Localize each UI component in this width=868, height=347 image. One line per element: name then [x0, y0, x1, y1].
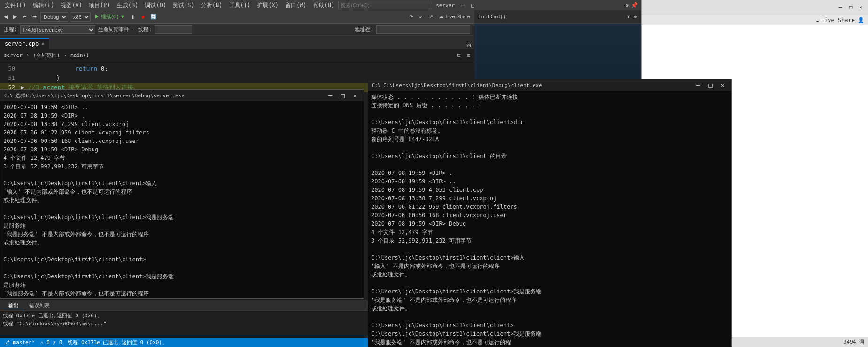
collapse-icon[interactable]: ⊟	[457, 52, 461, 58]
continue-btn[interactable]: ▶ 继续(C) ▼	[93, 12, 127, 21]
status-info: 线程 0x373e 已退出,返回值 0 (0x0)。	[68, 339, 167, 346]
menu-view[interactable]: 视图(V)	[58, 0, 85, 10]
server-cmd-title: 选择C:\Users\ljc\Desktop\first1\server\Deb…	[16, 92, 323, 99]
far-minimize-btn[interactable]: ─	[837, 4, 844, 11]
menu-project[interactable]: 项目(P)	[86, 0, 113, 10]
stop-btn[interactable]: ■	[140, 13, 147, 21]
live-share-toolbar-btn[interactable]: ☁ Live Share	[437, 13, 472, 21]
server-line-14: C:\Users\ljc\Desktop\first1\client\clien…	[3, 213, 361, 221]
address-input[interactable]	[376, 25, 470, 34]
client-line-15: 2020-07-06 00:50 168 client.vcxproj.user	[371, 211, 728, 220]
client-cmd-minimize[interactable]: ─	[693, 81, 703, 89]
line-indicator-51: ·	[21, 73, 28, 83]
client-cmd-close[interactable]: ✕	[718, 81, 728, 89]
menu-file[interactable]: 文件(F)	[2, 0, 29, 10]
platform-select[interactable]: x86	[70, 12, 91, 22]
settings-icon[interactable]: ⚙	[465, 41, 474, 49]
status-git: ⎇ master*	[4, 339, 35, 346]
debug-bar: 进程: [7496] server.exe 生命周期事件 - 线程: 地址栏:	[0, 24, 474, 36]
lifecycle-input[interactable]	[155, 25, 192, 34]
menu-help[interactable]: 帮助(H)	[310, 0, 338, 10]
far-restore-btn[interactable]: □	[847, 4, 854, 11]
output-tab-errors[interactable]: 错误列表	[24, 301, 54, 310]
client-line-16: 2020-07-08 19:59 <DIR> Debug	[371, 220, 728, 228]
menu-extend[interactable]: 扩展(X)	[254, 0, 281, 10]
status-errors: ⚠ 0 ✗ 0	[40, 339, 62, 346]
client-line-9	[371, 160, 728, 169]
client-cmd-titlebar: C:\ C:\Users\ljc\Desktop\first1\client\D…	[368, 79, 731, 91]
client-cmd-title: C:\Users\ljc\Desktop\first1\client\Debug…	[383, 82, 690, 88]
server-line-19: C:\Users\ljc\Desktop\first1\client\clien…	[3, 255, 361, 264]
pin-icon[interactable]: 📌	[631, 2, 638, 8]
cmd-icon: C:\	[4, 93, 13, 98]
server-line-1: 2020-07-08 19:59 <DIR> ..	[3, 103, 361, 111]
client-line-11: 2020-07-08 19:59 <DIR> ..	[371, 177, 728, 186]
step-over-btn[interactable]: ↷	[407, 13, 415, 21]
server-line-5: 2020-07-06 00:50 168 client.vcxproj.user	[3, 137, 361, 145]
redo-btn[interactable]: ↪	[31, 13, 39, 21]
tab-filename: server.cpp	[5, 40, 39, 47]
editor-line-50: 50 return 0;	[0, 64, 474, 73]
search-input[interactable]	[338, 1, 432, 9]
tab-close-btn[interactable]: ×	[41, 41, 44, 47]
debug-mode-select[interactable]: Debug	[40, 12, 68, 22]
restart-btn[interactable]: 🔄	[148, 13, 159, 21]
client-line-8: C:\Users\ljc\Desktop\first1\client 的目录	[371, 152, 728, 160]
ide-right-header: ⚙ 📌	[474, 0, 641, 10]
line-num-50: 50	[2, 64, 21, 73]
minimize-btn[interactable]: ─	[458, 1, 467, 9]
server-cmd-close[interactable]: ✕	[350, 92, 360, 99]
menu-window[interactable]: 窗口(W)	[282, 0, 310, 10]
client-line-29: C:\Users\ljc\Desktop\first1\client\clien…	[371, 330, 728, 338]
forward-btn[interactable]: ▶	[11, 13, 19, 21]
address-label: 地址栏:	[355, 26, 373, 33]
live-share-label: Live Share	[821, 17, 855, 24]
client-cmd-maximize[interactable]: □	[705, 81, 715, 89]
menu-build[interactable]: 生成(B)	[114, 0, 141, 10]
server-cmd-maximize[interactable]: □	[338, 92, 347, 99]
server-cmd-window[interactable]: C:\ 选择C:\Users\ljc\Desktop\first1\server…	[0, 89, 364, 299]
settings-right-icon[interactable]: ⚙	[626, 2, 629, 8]
client-line-3	[371, 110, 728, 118]
tab-server-cpp[interactable]: server.cpp ×	[0, 38, 49, 49]
client-line-26: 或批处理文件。	[371, 304, 728, 313]
far-close-btn[interactable]: ✕	[858, 4, 864, 11]
settings-panel-icon[interactable]: ⚙	[634, 14, 637, 20]
menu-edit[interactable]: 编辑(E)	[30, 0, 57, 10]
tab-bar: server.cpp × ⚙	[0, 36, 474, 49]
client-line-14: 2020-07-06 01:22 959 client.vcxproj.filt…	[371, 203, 728, 211]
live-share-button[interactable]: ☁ Live Share	[816, 17, 855, 24]
back-btn[interactable]: ◀	[2, 13, 9, 21]
keyword-return: return	[75, 65, 97, 72]
dropdown-icon[interactable]: ▼	[627, 14, 630, 20]
toolbar: ◀ ▶ ↩ ↪ Debug x86 ▶ 继续(C) ▼ ⏸ ■ 🔄 ↷ ↙ ↗ …	[0, 10, 474, 24]
undo-btn[interactable]: ↩	[21, 13, 29, 21]
output-tab-output[interactable]: 输出	[4, 301, 23, 310]
server-cmd-minimize[interactable]: ─	[326, 92, 335, 99]
person-icon[interactable]: 👤	[858, 17, 864, 23]
process-select[interactable]: [7496] server.exe	[20, 25, 95, 34]
client-cmd-window[interactable]: C:\ C:\Users\ljc\Desktop\first1\client\D…	[368, 79, 732, 347]
menu-test[interactable]: 测试(S)	[170, 0, 197, 10]
client-line-27	[371, 313, 728, 321]
server-line-8: 3 个目录 52,992,991,232 可用字节	[3, 162, 361, 171]
client-line-28: C:\Users\ljc\Desktop\first1\client\clien…	[371, 321, 728, 330]
client-line-18: 3 个目录 52,992,991,232 可用字节	[371, 237, 728, 245]
server-line-23: '我是服务端' 不是内部或外部命令，也不是可运行的程序	[3, 289, 361, 298]
menu-analyze[interactable]: 分析(N)	[198, 0, 225, 10]
breadcrumb-sep1: ›	[26, 52, 30, 58]
step-in-btn[interactable]: ↙	[417, 13, 425, 21]
initcmd-label: InitCmd()	[478, 14, 506, 20]
client-line-19	[371, 245, 728, 253]
expand-icon[interactable]: ⊞	[467, 52, 470, 58]
menu-debug[interactable]: 调试(D)	[142, 0, 169, 10]
client-line-2: 连接特定的 DNS 后缀 . . . . . . . :	[371, 101, 728, 110]
client-line-4: C:\Users\ljc\Desktop\first1\client\clien…	[371, 118, 728, 126]
pause-btn[interactable]: ⏸	[129, 13, 138, 21]
client-line-25: '我是服务端' 不是内部或外部命令，也不是可运行的程序	[371, 296, 728, 304]
server-line-17: 或批处理文件。	[3, 238, 361, 247]
server-line-13	[3, 205, 361, 213]
step-out-btn[interactable]: ↗	[427, 13, 435, 21]
window-title: server	[433, 2, 457, 8]
menu-tools[interactable]: 工具(T)	[226, 0, 254, 10]
